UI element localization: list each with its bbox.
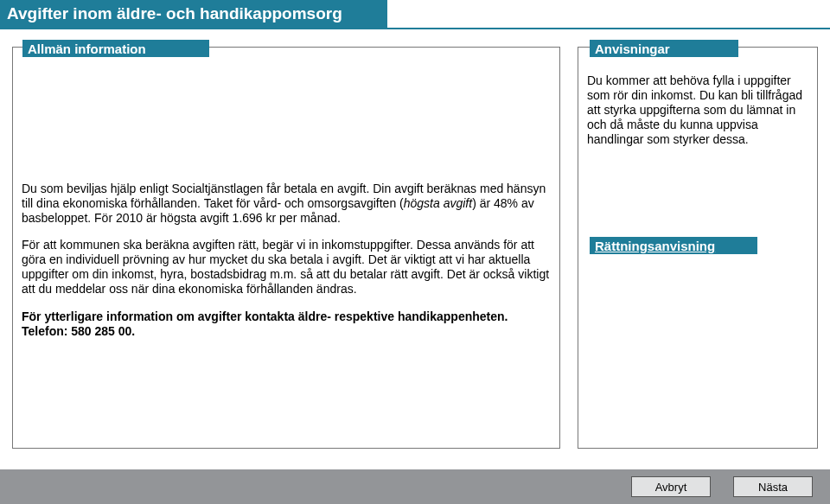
page-title: Avgifter inom äldre- och handikappomsorg xyxy=(7,4,342,23)
correction-instructions-link[interactable]: Rättningsanvisning xyxy=(590,237,757,254)
correction-instructions-text: Rättningsanvisning xyxy=(595,239,715,253)
next-button[interactable]: Nästa xyxy=(733,476,813,497)
section-label-instructions-text: Anvisningar xyxy=(595,41,670,56)
section-label-general-info-text: Allmän information xyxy=(28,41,146,56)
general-information-body: Du som beviljas hjälp enligt Socialtjäns… xyxy=(22,182,551,351)
info-paragraph-3: För ytterligare information om avgifter … xyxy=(22,309,551,339)
p3-line-2: Telefon: 580 285 00. xyxy=(22,324,135,338)
instructions-body: Du kommer att behöva fylla i uppgifter s… xyxy=(587,73,810,147)
p3-line-1: För ytterligare information om avgifter … xyxy=(22,309,508,323)
next-button-label: Nästa xyxy=(758,481,788,494)
page-title-bar: Avgifter inom äldre- och handikappomsorg xyxy=(0,0,387,28)
main-content-panel: Du som beviljas hjälp enligt Socialtjäns… xyxy=(12,47,560,449)
footer-bar: Avbryt Nästa xyxy=(0,469,830,504)
info-paragraph-1: Du som beviljas hjälp enligt Socialtjäns… xyxy=(22,182,551,226)
section-label-general-info: Allmän information xyxy=(22,40,209,57)
cancel-button-label: Avbryt xyxy=(655,481,687,494)
cancel-button[interactable]: Avbryt xyxy=(631,476,711,497)
p1-italic: högsta avgift xyxy=(404,196,472,210)
section-label-instructions: Anvisningar xyxy=(590,40,738,57)
title-underline xyxy=(0,28,830,29)
info-paragraph-2: För att kommunen ska beräkna avgiften rä… xyxy=(22,238,551,297)
